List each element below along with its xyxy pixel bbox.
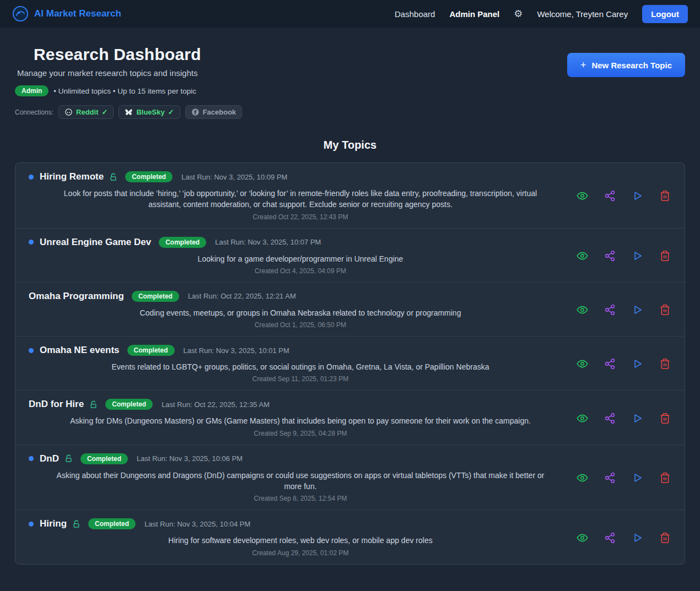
- unread-dot: [29, 522, 34, 527]
- topic-main: Unreal Engine Game Dev Completed Last Ru…: [29, 237, 572, 275]
- delete-button[interactable]: [658, 411, 671, 425]
- connection-pill-facebook[interactable]: Facebook: [185, 105, 243, 119]
- play-icon: [632, 413, 643, 424]
- unread-dot: [29, 456, 34, 461]
- new-research-topic-button[interactable]: + New Research Topic: [567, 53, 685, 77]
- share-icon: [604, 190, 616, 202]
- connection-name: Reddit: [76, 108, 98, 116]
- eye-icon: [577, 304, 588, 316]
- app-header: AI Market Research Dashboard Admin Panel…: [0, 0, 700, 28]
- run-button[interactable]: [631, 189, 644, 203]
- topic-card: DnD Completed Last Run: Nov 3, 2025, 10:…: [15, 445, 685, 511]
- share-button[interactable]: [603, 411, 616, 425]
- eye-icon: [577, 413, 588, 424]
- topic-title-row: DnD for Hire Completed Last Run: Oct 22,…: [29, 399, 572, 410]
- run-button[interactable]: [631, 303, 644, 317]
- view-button[interactable]: [575, 249, 589, 262]
- view-button[interactable]: [575, 189, 589, 203]
- play-icon: [632, 304, 643, 316]
- app-logo-icon: [12, 6, 29, 22]
- admin-badge: Admin: [15, 85, 49, 96]
- topic-actions: [572, 291, 675, 329]
- delete-button[interactable]: [658, 249, 671, 262]
- eye-icon: [577, 190, 588, 202]
- unread-dot: [29, 175, 34, 180]
- view-button[interactable]: [575, 531, 589, 544]
- topic-created-text: Created Oct 4, 2025, 04:09 PM: [29, 267, 572, 275]
- topic-description: Coding events, meetups, or groups in Oma…: [52, 307, 548, 318]
- nav-dashboard[interactable]: Dashboard: [395, 9, 435, 19]
- topic-title-row: Omaha NE events Completed Last Run: Nov …: [29, 345, 572, 356]
- gear-icon[interactable]: ⚙: [514, 9, 523, 19]
- view-button[interactable]: [575, 411, 589, 425]
- play-icon: [632, 190, 643, 202]
- dashboard-header-left: Research Dashboard Manage your market re…: [15, 28, 242, 119]
- view-button[interactable]: [575, 357, 589, 371]
- trash-icon: [659, 250, 671, 262]
- share-icon: [604, 472, 616, 484]
- run-button[interactable]: [631, 249, 644, 262]
- header-brand: AI Market Research: [12, 6, 121, 22]
- eye-icon: [577, 358, 588, 370]
- share-button[interactable]: [603, 189, 616, 203]
- topic-description: Hiring for software development roles, w…: [52, 535, 548, 546]
- delete-button[interactable]: [658, 303, 671, 317]
- trash-icon: [659, 304, 671, 316]
- topic-name: Omaha NE events: [40, 345, 120, 356]
- unlock-icon: [72, 520, 80, 528]
- delete-button[interactable]: [658, 357, 671, 371]
- topic-title-row: Hiring Completed Last Run: Nov 3, 2025, …: [29, 518, 572, 529]
- logout-button[interactable]: Logout: [642, 5, 688, 23]
- topic-name: Unreal Engine Game Dev: [40, 237, 151, 248]
- share-button[interactable]: [603, 303, 616, 317]
- topic-name: Hiring: [40, 518, 67, 529]
- page-subtitle: Manage your market research topics and i…: [17, 68, 242, 78]
- unlock-icon: [109, 173, 117, 181]
- nav-admin-panel[interactable]: Admin Panel: [449, 9, 499, 19]
- share-button[interactable]: [603, 357, 616, 371]
- status-badge: Completed: [125, 171, 173, 182]
- share-icon: [604, 304, 616, 316]
- topic-created-text: Created Sep 9, 2025, 04:28 PM: [29, 430, 572, 437]
- topic-actions: [572, 345, 675, 383]
- topic-created-text: Created Oct 22, 2025, 12:43 PM: [29, 213, 572, 221]
- delete-button[interactable]: [658, 471, 671, 485]
- share-button[interactable]: [603, 471, 616, 485]
- run-button[interactable]: [631, 357, 644, 371]
- connection-pill-reddit[interactable]: Reddit ✓: [58, 105, 114, 119]
- play-icon: [632, 472, 643, 484]
- topic-name: Omaha Programming: [29, 291, 124, 302]
- view-button[interactable]: [575, 303, 589, 317]
- connection-pill-bluesky[interactable]: BlueSky ✓: [119, 105, 180, 119]
- topic-main: Omaha NE events Completed Last Run: Nov …: [29, 345, 572, 383]
- run-button[interactable]: [631, 471, 644, 485]
- topic-description: Events related to LGBTQ+ groups, politic…: [52, 361, 548, 372]
- topic-created-text: Created Sep 11, 2025, 01:23 PM: [29, 375, 572, 383]
- eye-icon: [577, 472, 588, 484]
- topic-actions: [572, 453, 675, 503]
- topic-main: DnD for Hire Completed Last Run: Oct 22,…: [29, 399, 572, 437]
- play-icon: [632, 250, 643, 262]
- last-run-text: Last Run: Oct 22, 2025, 12:35 AM: [161, 400, 270, 409]
- delete-button[interactable]: [658, 189, 671, 203]
- check-icon: ✓: [168, 108, 174, 116]
- share-button[interactable]: [603, 249, 616, 262]
- plan-row: Admin • Unlimited topics • Up to 15 item…: [15, 85, 242, 96]
- connections-label: Connections:: [15, 109, 53, 116]
- unread-dot: [29, 348, 34, 353]
- view-button[interactable]: [575, 471, 589, 485]
- run-button[interactable]: [631, 531, 644, 544]
- delete-button[interactable]: [658, 531, 671, 544]
- page-title: Research Dashboard: [34, 45, 242, 64]
- run-button[interactable]: [631, 411, 644, 425]
- topic-title-row: Omaha Programming Completed Last Run: Oc…: [29, 291, 572, 302]
- status-badge: Completed: [105, 399, 153, 410]
- connection-name: BlueSky: [136, 108, 164, 116]
- topic-description: Looking for a game developer/programmer …: [52, 253, 548, 264]
- bluesky-icon: [125, 108, 133, 116]
- header-nav: Dashboard Admin Panel ⚙ Welcome, Treyten…: [395, 5, 688, 23]
- share-button[interactable]: [603, 531, 616, 544]
- topic-name: DnD: [40, 453, 59, 464]
- plan-details: • Unlimited topics • Up to 15 items per …: [53, 87, 196, 95]
- unlock-icon: [64, 454, 73, 463]
